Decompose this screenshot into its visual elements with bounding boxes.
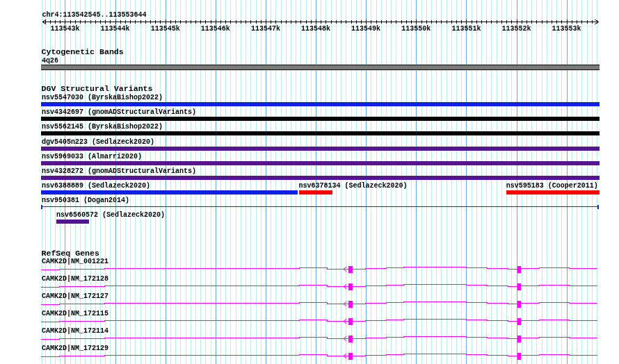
- svg-text:nsv6388889 (Sedlazeck2020): nsv6388889 (Sedlazeck2020): [42, 182, 150, 190]
- svg-text:nsv5562145 (ByrskaBishop2022): nsv5562145 (ByrskaBishop2022): [42, 123, 163, 131]
- svg-text:chr4:113542545..113553644: chr4:113542545..113553644: [42, 11, 147, 19]
- svg-text:DGV Structural Variants: DGV Structural Variants: [42, 84, 153, 93]
- svg-text:113545k: 113545k: [151, 25, 180, 33]
- svg-text:113552k: 113552k: [501, 25, 531, 33]
- svg-text:113546k: 113546k: [201, 25, 230, 33]
- svg-text:nsv5547030 (ByrskaBishop2022): nsv5547030 (ByrskaBishop2022): [42, 94, 163, 101]
- svg-text:nsv6378134 (Sedlazeck2020): nsv6378134 (Sedlazeck2020): [298, 182, 407, 190]
- svg-text:CAMK2D|NM_172128: CAMK2D|NM_172128: [42, 275, 108, 283]
- svg-text:113548k: 113548k: [301, 25, 330, 33]
- svg-text:113547k: 113547k: [251, 25, 280, 33]
- svg-text:nsv6560572 (Sedlazeck2020): nsv6560572 (Sedlazeck2020): [56, 211, 165, 219]
- svg-text:4q26: 4q26: [42, 57, 58, 65]
- svg-text:nsv595183 (Cooper2011): nsv595183 (Cooper2011): [506, 182, 598, 190]
- svg-text:dgv5405n223 (Sedlazeck2020): dgv5405n223 (Sedlazeck2020): [42, 138, 154, 146]
- svg-text:CAMK2D|NM_001221: CAMK2D|NM_001221: [42, 258, 108, 265]
- svg-text:CAMK2D|NM_172115: CAMK2D|NM_172115: [42, 310, 108, 317]
- svg-text:nsv4328272 (gnomADStructuralVa: nsv4328272 (gnomADStructuralVariants): [42, 167, 196, 175]
- svg-text:113551k: 113551k: [451, 25, 481, 33]
- svg-text:Cytogenetic Bands: Cytogenetic Bands: [42, 47, 124, 56]
- svg-text:113553k: 113553k: [552, 25, 581, 33]
- svg-text:RefSeq Genes: RefSeq Genes: [42, 249, 100, 258]
- svg-text:nsv950381 (Dogan2014): nsv950381 (Dogan2014): [42, 197, 129, 204]
- svg-text:nsv5969033 (Almarri2020): nsv5969033 (Almarri2020): [42, 153, 142, 160]
- svg-text:CAMK2D|NM_172129: CAMK2D|NM_172129: [42, 345, 108, 352]
- svg-text:113549k: 113549k: [351, 25, 380, 33]
- svg-text:113543k: 113543k: [50, 25, 79, 33]
- svg-text:CAMK2D|NM_172114: CAMK2D|NM_172114: [42, 327, 108, 335]
- svg-text:CAMK2D|NM_172127: CAMK2D|NM_172127: [42, 292, 108, 300]
- svg-text:113550k: 113550k: [401, 25, 431, 33]
- svg-text:113544k: 113544k: [100, 25, 129, 33]
- svg-text:nsv4342697 (gnomADStructuralVa: nsv4342697 (gnomADStructuralVariants): [42, 108, 196, 116]
